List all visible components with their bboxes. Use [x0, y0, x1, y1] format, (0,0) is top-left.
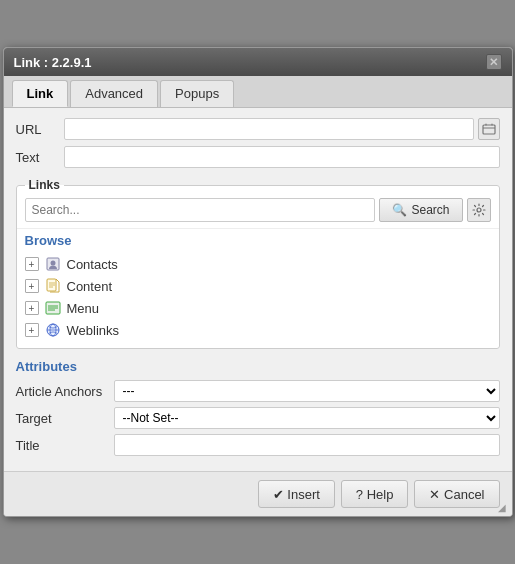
search-row: 🔍 Search — [17, 192, 499, 229]
search-icon: 🔍 — [392, 203, 407, 217]
article-anchors-select[interactable]: --- — [114, 380, 500, 402]
text-row: Text — [16, 146, 500, 168]
footer-wrap: ✔ Insert ? Help ✕ Cancel ◢ — [4, 471, 512, 516]
tab-advanced[interactable]: Advanced — [70, 80, 158, 107]
contacts-label: Contacts — [67, 257, 118, 272]
close-button[interactable]: ✕ — [486, 54, 502, 70]
help-button[interactable]: ? Help — [341, 480, 409, 508]
expand-weblinks[interactable]: + — [25, 323, 39, 337]
resize-handle[interactable]: ◢ — [498, 502, 510, 514]
url-input-wrap — [64, 118, 500, 140]
weblinks-icon — [45, 322, 61, 338]
url-row: URL — [16, 118, 500, 140]
target-select[interactable]: --Not Set-- — [114, 407, 500, 429]
expand-contacts[interactable]: + — [25, 257, 39, 271]
expand-content[interactable]: + — [25, 279, 39, 293]
contacts-icon — [45, 256, 61, 272]
url-label: URL — [16, 122, 56, 137]
weblinks-label: Weblinks — [67, 323, 120, 338]
search-input[interactable] — [25, 198, 376, 222]
title-row: Title — [16, 434, 500, 456]
expand-menu[interactable]: + — [25, 301, 39, 315]
content-icon — [45, 278, 61, 294]
svg-point-3 — [50, 261, 55, 266]
title-label: Title — [16, 438, 106, 453]
title-input[interactable] — [114, 434, 500, 456]
links-fieldset: Links 🔍 Search Browse — [16, 178, 500, 349]
dialog-title: Link : 2.2.9.1 — [14, 55, 92, 70]
tree-item-contacts[interactable]: + Contacts — [25, 254, 491, 274]
insert-button[interactable]: ✔ Insert — [258, 480, 335, 508]
target-row: Target --Not Set-- — [16, 407, 500, 429]
tree-item-content[interactable]: + Content — [25, 276, 491, 296]
text-input[interactable] — [64, 146, 500, 168]
cancel-button[interactable]: ✕ Cancel — [414, 480, 499, 508]
content-label: Content — [67, 279, 113, 294]
dialog-body: URL Text Links — [4, 108, 512, 471]
target-label: Target — [16, 411, 106, 426]
attributes-section: Attributes Article Anchors --- Target --… — [16, 359, 500, 461]
dialog-footer: ✔ Insert ? Help ✕ Cancel — [4, 471, 512, 516]
url-input[interactable] — [64, 118, 474, 140]
tab-popups[interactable]: Popups — [160, 80, 234, 107]
menu-label: Menu — [67, 301, 100, 316]
article-anchors-label: Article Anchors — [16, 384, 106, 399]
gear-button[interactable] — [467, 198, 491, 222]
svg-rect-0 — [483, 125, 495, 134]
tree-items: + Contacts + — [17, 252, 499, 348]
tree-item-menu[interactable]: + Menu — [25, 298, 491, 318]
links-legend: Links — [25, 178, 64, 192]
tab-link[interactable]: Link — [12, 80, 69, 107]
article-anchors-row: Article Anchors --- — [16, 380, 500, 402]
text-input-wrap — [64, 146, 500, 168]
tree-item-weblinks[interactable]: + Weblinks — [25, 320, 491, 340]
search-button[interactable]: 🔍 Search — [379, 198, 462, 222]
svg-point-1 — [477, 208, 481, 212]
menu-icon — [45, 300, 61, 316]
link-dialog: Link : 2.2.9.1 ✕ Link Advanced Popups UR… — [3, 47, 513, 517]
dialog-header: Link : 2.2.9.1 ✕ — [4, 48, 512, 76]
url-browse-icon[interactable] — [478, 118, 500, 140]
tabs-bar: Link Advanced Popups — [4, 76, 512, 108]
browse-label: Browse — [17, 229, 499, 252]
attributes-title: Attributes — [16, 359, 500, 374]
text-label: Text — [16, 150, 56, 165]
